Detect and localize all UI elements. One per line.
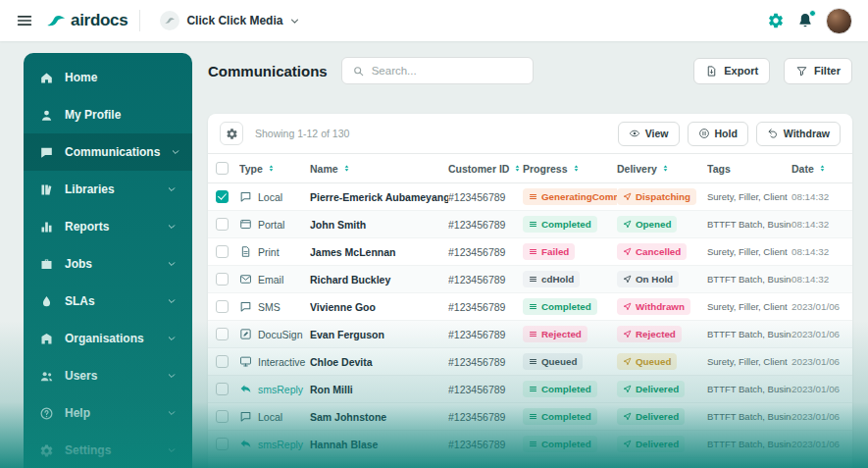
table-row[interactable]: smsReplyHannah Blase#123456789CompletedD…: [208, 431, 852, 458]
column-header-name[interactable]: Name: [310, 163, 448, 175]
tags-cell: Surety, Filler, Client: [707, 246, 791, 257]
table-row[interactable]: InteractiveChloe Devita#123456789QueuedQ…: [208, 348, 852, 376]
monitor-icon: [239, 355, 252, 368]
row-checkbox[interactable]: [216, 328, 229, 340]
settings-gear-icon[interactable]: [767, 12, 785, 29]
row-checkbox[interactable]: [216, 245, 229, 258]
sidebar-item-jobs[interactable]: Jobs: [24, 245, 192, 283]
view-button[interactable]: View: [618, 122, 680, 146]
delivery-cell: Delivered: [617, 381, 707, 397]
table-row[interactable]: SMSVivienne Goo#123456789CompletedWithdr…: [208, 293, 852, 321]
delivery-badge: Dispatching: [617, 188, 696, 205]
table-row[interactable]: PortalJohn Smith#123456789CompletedOpene…: [208, 211, 852, 238]
search-input[interactable]: [372, 65, 523, 77]
column-header-date[interactable]: Date: [791, 163, 842, 175]
table-gear-icon: [226, 128, 238, 140]
column-header-type[interactable]: Type: [239, 163, 310, 175]
filter-button[interactable]: Filter: [784, 58, 852, 84]
menu-icon[interactable]: [16, 12, 33, 29]
sidebar-item-settings[interactable]: Settings: [24, 432, 192, 468]
type-label: smsReply: [258, 384, 303, 395]
hold-button[interactable]: Hold: [688, 122, 748, 146]
delivery-cell: Opened: [617, 216, 707, 233]
table-row[interactable]: EmailRichard Buckley#123456789cdHoldOn H…: [208, 266, 852, 293]
export-button[interactable]: Export: [693, 58, 770, 84]
tags-cell: BTTFT Batch, Business,: [707, 384, 791, 394]
filter-icon: [795, 65, 808, 78]
topbar-divider: [139, 10, 140, 31]
topbar: airdocs Click Click Media: [0, 0, 868, 41]
logo-text: airdocs: [71, 11, 128, 30]
name-cell: Pierre-Emerick Aubameyang: [310, 191, 448, 203]
sidebar-item-label: Home: [65, 71, 97, 84]
profile-icon: [39, 108, 54, 123]
communications-icon: [39, 145, 54, 160]
chevron-down-icon: [167, 408, 177, 418]
search-box: [341, 57, 534, 84]
progress-cell: Completed: [523, 298, 617, 315]
row-checkbox[interactable]: [216, 410, 229, 423]
list-icon: [529, 247, 537, 256]
jobs-icon: [39, 257, 54, 272]
table-settings-button[interactable]: [220, 122, 243, 145]
sidebar-item-libraries[interactable]: Libraries: [24, 171, 192, 208]
customer-id-cell: #123456789: [448, 219, 523, 231]
send-icon: [623, 440, 632, 448]
user-avatar[interactable]: [826, 8, 852, 34]
date-cell: 08:14:32: [791, 246, 842, 257]
export-icon: [705, 65, 718, 78]
table-row[interactable]: PrintJames McLennan#123456789FailedCance…: [208, 238, 852, 266]
sidebar-item-help[interactable]: Help: [24, 394, 192, 432]
send-icon: [623, 357, 632, 366]
table-row[interactable]: LocalSam Johnstone#123456789CompletedDel…: [208, 403, 852, 431]
table-row[interactable]: smsReplyRon Milli#123456789CompletedDeli…: [208, 376, 852, 403]
sidebar-nav: HomeMy ProfileCommunicationsLibrariesRep…: [24, 53, 192, 468]
table-row[interactable]: LocalPierre-Emerick Aubameyang#123456789…: [208, 183, 852, 211]
name-cell: John Smith: [310, 219, 448, 231]
list-icon: [529, 275, 537, 284]
progress-cell: Queued: [523, 353, 617, 370]
column-header-tags[interactable]: Tags: [707, 163, 791, 175]
row-checkbox[interactable]: [216, 300, 229, 313]
row-checkbox[interactable]: [216, 355, 229, 368]
row-checkbox[interactable]: [216, 438, 229, 450]
view-icon: [629, 128, 640, 139]
sidebar-item-communications[interactable]: Communications: [24, 133, 192, 171]
export-label: Export: [724, 65, 758, 77]
tags-cell: BTTFT Batch, Business,: [707, 411, 791, 422]
column-header-progress[interactable]: Progress: [523, 163, 617, 175]
row-checkbox[interactable]: [216, 190, 229, 203]
progress-cell: Completed: [523, 381, 617, 397]
list-icon: [529, 330, 537, 338]
row-checkbox[interactable]: [216, 273, 229, 286]
chevron-down-icon: [167, 334, 177, 343]
org-selector[interactable]: Click Click Media: [152, 7, 308, 34]
column-label: Name: [310, 163, 338, 175]
sidebar-item-users[interactable]: Users: [24, 357, 192, 394]
row-checkbox[interactable]: [216, 218, 229, 231]
sidebar-item-my-profile[interactable]: My Profile: [24, 96, 192, 133]
withdraw-button[interactable]: Withdraw: [756, 122, 841, 146]
sidebar-item-organisations[interactable]: Organisations: [24, 320, 192, 357]
progress-cell: Completed: [523, 436, 617, 452]
sidebar-item-home[interactable]: Home: [24, 59, 192, 96]
withdraw-icon: [767, 128, 779, 139]
chevron-down-icon: [289, 16, 300, 26]
type-label: Print: [258, 246, 280, 258]
column-header-delivery[interactable]: Delivery: [617, 163, 707, 175]
type-cell: Print: [239, 245, 310, 258]
select-all-checkbox[interactable]: [216, 162, 229, 175]
row-checkbox[interactable]: [216, 383, 229, 395]
name-cell: Evan Ferguson: [310, 329, 448, 340]
delivery-cell: Delivered: [617, 436, 707, 452]
notifications-bell-icon[interactable]: [796, 12, 814, 29]
column-label: Progress: [523, 163, 568, 175]
column-header-customer-id[interactable]: Customer ID: [448, 163, 523, 175]
sidebar-item-slas[interactable]: SLAs: [24, 283, 192, 320]
type-cell: SMS: [239, 300, 310, 313]
sidebar-item-reports[interactable]: Reports: [24, 208, 192, 245]
sort-icon: [572, 163, 581, 174]
chevron-down-icon: [171, 147, 180, 157]
chevron-down-icon: [167, 445, 177, 455]
table-row[interactable]: DocuSignEvan Ferguson#123456789RejectedR…: [208, 321, 852, 348]
